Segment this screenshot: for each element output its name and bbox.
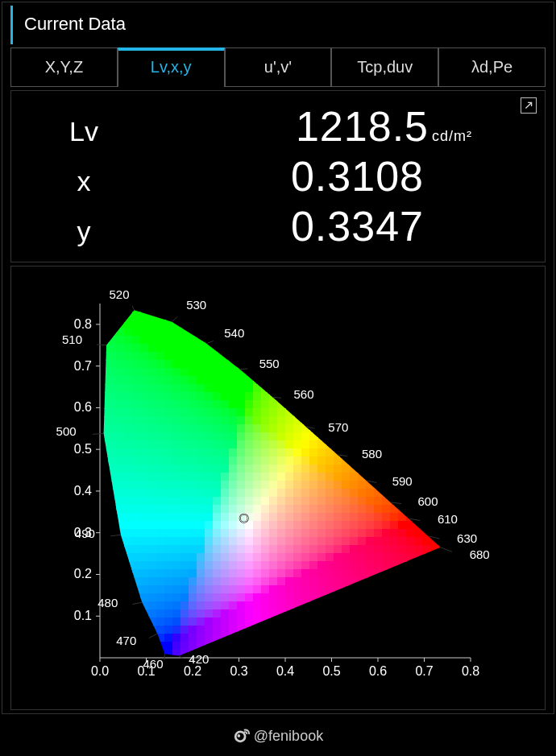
svg-rect-46 bbox=[108, 320, 117, 328]
svg-rect-632 bbox=[213, 432, 222, 441]
svg-text:550: 550 bbox=[259, 357, 280, 370]
svg-text:0.6: 0.6 bbox=[369, 664, 387, 678]
svg-rect-1836 bbox=[430, 561, 439, 570]
svg-rect-1315 bbox=[334, 618, 342, 626]
svg-rect-496 bbox=[189, 400, 197, 409]
tab-lvxy[interactable]: Lv,x,y bbox=[118, 48, 225, 87]
svg-rect-795 bbox=[245, 328, 254, 337]
tab-lambdape[interactable]: λd,Pe bbox=[438, 48, 546, 87]
svg-rect-1627 bbox=[390, 650, 399, 659]
svg-rect-555 bbox=[197, 521, 205, 530]
svg-rect-1717 bbox=[414, 312, 423, 320]
svg-rect-1603 bbox=[390, 456, 399, 465]
svg-rect-62 bbox=[108, 448, 117, 457]
svg-rect-1862 bbox=[438, 416, 447, 425]
svg-rect-365 bbox=[164, 408, 173, 417]
svg-rect-880 bbox=[261, 304, 270, 312]
svg-rect-581 bbox=[205, 376, 214, 385]
svg-rect-421 bbox=[172, 505, 181, 514]
svg-rect-688 bbox=[221, 529, 230, 538]
svg-rect-674 bbox=[221, 416, 230, 425]
tab-uv[interactable]: u',v' bbox=[225, 48, 332, 87]
svg-rect-1835 bbox=[430, 553, 439, 562]
svg-rect-1061 bbox=[293, 344, 302, 353]
svg-rect-1500 bbox=[374, 336, 383, 345]
svg-rect-228 bbox=[140, 368, 149, 377]
svg-rect-415 bbox=[172, 456, 181, 465]
svg-rect-1404 bbox=[350, 626, 359, 634]
svg-rect-1531 bbox=[374, 585, 383, 594]
svg-rect-352 bbox=[164, 304, 173, 312]
svg-rect-396 bbox=[172, 304, 181, 312]
svg-rect-193 bbox=[132, 440, 141, 449]
svg-rect-1881 bbox=[438, 569, 447, 578]
svg-rect-1043 bbox=[285, 553, 294, 562]
svg-rect-1644 bbox=[398, 432, 407, 441]
svg-rect-1625 bbox=[390, 634, 399, 642]
svg-rect-327 bbox=[156, 456, 165, 465]
svg-rect-827 bbox=[245, 585, 254, 594]
svg-rect-1494 bbox=[366, 642, 375, 651]
svg-rect-666 bbox=[221, 352, 230, 361]
svg-rect-918 bbox=[261, 609, 270, 618]
svg-rect-1642 bbox=[398, 416, 407, 425]
svg-rect-1793 bbox=[422, 569, 431, 578]
svg-rect-1377 bbox=[350, 408, 359, 417]
svg-rect-1640 bbox=[398, 400, 407, 409]
svg-rect-1617 bbox=[390, 569, 399, 578]
svg-rect-1849 bbox=[438, 312, 447, 320]
svg-rect-314 bbox=[156, 352, 165, 361]
svg-rect-1357 bbox=[342, 601, 351, 610]
svg-rect-1135 bbox=[301, 585, 310, 594]
svg-rect-1183 bbox=[309, 618, 318, 626]
svg-rect-357 bbox=[164, 344, 173, 353]
svg-rect-874 bbox=[253, 609, 262, 618]
svg-rect-1966 bbox=[454, 545, 463, 554]
svg-rect-602 bbox=[205, 545, 214, 554]
svg-rect-1206 bbox=[317, 448, 326, 457]
svg-rect-414 bbox=[172, 448, 181, 457]
svg-rect-1245 bbox=[326, 408, 334, 417]
svg-rect-1453 bbox=[366, 312, 375, 320]
svg-rect-678 bbox=[221, 448, 230, 457]
svg-rect-33 bbox=[100, 569, 109, 578]
svg-rect-1950 bbox=[454, 416, 463, 425]
svg-rect-1762 bbox=[422, 320, 431, 328]
svg-rect-1583 bbox=[382, 650, 391, 659]
svg-rect-1577 bbox=[382, 601, 391, 610]
tab-xyz[interactable]: X,Y,Z bbox=[10, 48, 118, 87]
svg-rect-590 bbox=[205, 448, 214, 457]
svg-rect-1376 bbox=[350, 400, 359, 409]
expand-icon[interactable] bbox=[521, 97, 537, 114]
svg-rect-1406 bbox=[350, 642, 359, 651]
svg-rect-960 bbox=[269, 593, 278, 602]
svg-rect-604 bbox=[205, 561, 214, 570]
tab-tcpduv[interactable]: Tcp,duv bbox=[331, 48, 438, 87]
svg-rect-799 bbox=[245, 360, 254, 369]
svg-rect-967 bbox=[269, 650, 278, 659]
svg-rect-987 bbox=[277, 456, 286, 465]
svg-rect-1216 bbox=[317, 529, 326, 538]
svg-rect-1738 bbox=[414, 481, 423, 490]
svg-rect-1922 bbox=[446, 545, 455, 554]
svg-rect-992 bbox=[277, 497, 286, 506]
svg-rect-34 bbox=[100, 577, 109, 586]
svg-rect-1994 bbox=[463, 416, 471, 425]
svg-rect-294 bbox=[148, 545, 157, 554]
svg-rect-155 bbox=[124, 489, 133, 498]
svg-rect-1552 bbox=[382, 400, 391, 409]
svg-rect-1718 bbox=[414, 320, 423, 328]
svg-rect-383 bbox=[164, 553, 173, 562]
svg-rect-913 bbox=[261, 569, 270, 578]
svg-rect-672 bbox=[221, 400, 230, 409]
svg-rect-719 bbox=[229, 424, 238, 433]
svg-rect-885 bbox=[261, 344, 270, 353]
svg-rect-390 bbox=[164, 609, 173, 618]
svg-rect-1842 bbox=[430, 609, 439, 618]
svg-rect-933 bbox=[269, 376, 278, 385]
svg-rect-1300 bbox=[334, 497, 342, 506]
svg-text:600: 600 bbox=[418, 494, 438, 508]
svg-rect-1029 bbox=[285, 440, 294, 449]
svg-rect-762 bbox=[237, 416, 246, 425]
svg-rect-542 bbox=[197, 416, 205, 425]
